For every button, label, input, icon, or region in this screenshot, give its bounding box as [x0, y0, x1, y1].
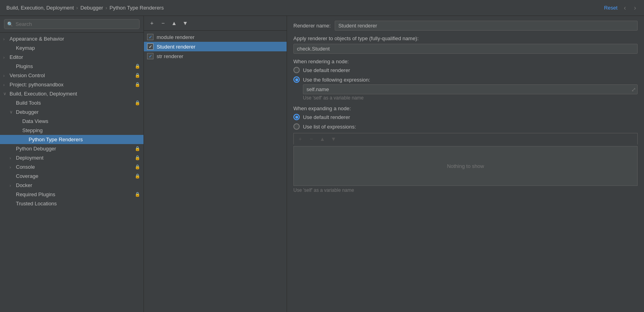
sidebar-item-label: Required Plugins: [16, 191, 135, 197]
sidebar-item-appearance[interactable]: › Appearance & Behavior: [0, 34, 144, 43]
breadcrumb-build: Build, Execution, Deployment: [6, 5, 74, 11]
radio-use-following-expression[interactable]: Use the following expression:: [293, 76, 638, 83]
renderer-item-label: module renderer: [157, 34, 194, 40]
reset-button[interactable]: Reset: [604, 5, 617, 11]
right-panel: Renderer name: Apply renderer to objects…: [287, 16, 644, 312]
sidebar-item-label: Version Control: [10, 72, 135, 78]
empty-list-box: Nothing to show: [293, 146, 638, 186]
list-up-button[interactable]: ▲: [318, 134, 327, 144]
add-renderer-button[interactable]: +: [147, 18, 157, 28]
sidebar-item-console[interactable]: › Console 🔒: [0, 162, 144, 172]
sidebar-item-label: Build Tools: [16, 100, 135, 106]
list-item[interactable]: ✓ str renderer: [144, 51, 287, 61]
radio-use-default-renderer[interactable]: Use default renderer: [293, 67, 638, 73]
search-input[interactable]: [4, 19, 140, 29]
remove-renderer-button[interactable]: −: [158, 18, 168, 28]
renderer-name-label: Renderer name:: [293, 23, 331, 29]
lock-icon: 🔒: [135, 146, 140, 151]
breadcrumb-debugger: Debugger: [80, 5, 103, 11]
expression-box: ⤢: [303, 84, 638, 94]
list-toolbar: + − ▲ ▼: [293, 133, 638, 144]
renderer-toolbar: + − ▲ ▼: [144, 16, 287, 31]
chevron-down-icon: ∨: [10, 109, 14, 115]
radio-label-default: Use default renderer: [303, 67, 350, 73]
sidebar-item-coverage[interactable]: Coverage 🔒: [0, 172, 144, 181]
sidebar-item-deployment[interactable]: › Deployment 🔒: [0, 153, 144, 162]
sidebar-item-keymap[interactable]: Keymap: [0, 43, 144, 53]
sidebar-item-debugger[interactable]: ∨ Debugger: [0, 107, 144, 117]
chevron-icon: ›: [10, 183, 14, 188]
forward-button[interactable]: ›: [632, 4, 638, 12]
rendering-radio-group: Use default renderer Use the following e…: [293, 67, 638, 83]
sidebar-item-version-control[interactable]: › Version Control 🔒: [0, 71, 144, 80]
radio-label-expand-list: Use list of expressions:: [303, 124, 356, 130]
sidebar-item-python-debugger[interactable]: Python Debugger 🔒: [0, 144, 144, 153]
chevron-icon: ›: [3, 82, 8, 87]
header: Build, Execution, Deployment › Debugger …: [0, 0, 644, 16]
sidebar-item-docker[interactable]: › Docker: [0, 181, 144, 190]
move-up-renderer-button[interactable]: ▲: [169, 18, 179, 28]
renderer-name-row: Renderer name:: [293, 21, 638, 31]
expression-input[interactable]: [303, 84, 638, 94]
lock-icon: 🔒: [135, 174, 140, 179]
sidebar-item-build-exec[interactable]: ∨ Build, Execution, Deployment: [0, 89, 144, 98]
chevron-icon: ›: [10, 156, 14, 160]
chevron-icon: ›: [3, 55, 8, 60]
expanding-label: When expanding a node:: [293, 105, 638, 111]
radio-label-expand-default: Use default renderer: [303, 114, 350, 120]
chevron-down-icon: ∨: [3, 91, 8, 96]
list-down-button[interactable]: ▼: [329, 134, 338, 144]
sidebar-item-trusted-locations[interactable]: Trusted Locations: [0, 199, 144, 208]
checkbox-module-renderer[interactable]: ✓: [147, 34, 153, 40]
checkbox-str-renderer[interactable]: ✓: [147, 53, 153, 59]
sidebar-item-label: Stepping: [22, 127, 140, 133]
move-down-renderer-button[interactable]: ▼: [180, 18, 190, 28]
list-hint: Use 'self' as a variable name: [293, 187, 638, 193]
sidebar-item-data-views[interactable]: Data Views: [0, 117, 144, 126]
expanding-section: When expanding a node: Use default rende…: [293, 105, 638, 193]
lock-icon: 🔒: [135, 155, 140, 160]
radio-circle-expand-list: [293, 123, 300, 130]
breadcrumb-sep-1: ›: [76, 5, 78, 11]
list-item[interactable]: ✓ module renderer: [144, 32, 287, 42]
radio-expand-use-default[interactable]: Use default renderer: [293, 114, 638, 120]
expanding-radio-group: Use default renderer Use list of express…: [293, 114, 638, 130]
sidebar-item-label: Docker: [16, 182, 140, 188]
sidebar-item-python-type-renderers[interactable]: Python Type Renderers: [0, 135, 144, 144]
apply-type-label: Apply renderer to objects of type (fully…: [293, 35, 638, 41]
sidebar-item-label: Debugger: [16, 109, 140, 115]
search-icon: 🔍: [7, 21, 13, 27]
list-add-button[interactable]: +: [295, 134, 305, 144]
sidebar-item-label: Build, Execution, Deployment: [10, 91, 140, 97]
sidebar-item-label: Deployment: [16, 155, 135, 161]
radio-expand-use-list[interactable]: Use list of expressions:: [293, 123, 638, 130]
renderer-name-input[interactable]: [335, 21, 638, 31]
lock-icon: 🔒: [135, 164, 140, 170]
sidebar-item-plugins[interactable]: Plugins 🔒: [0, 62, 144, 71]
rendering-label: When rendering a node:: [293, 58, 638, 64]
chevron-icon: ›: [10, 165, 14, 170]
sidebar-item-label: Plugins: [16, 63, 135, 69]
list-item[interactable]: ✓ Student renderer: [144, 42, 287, 51]
sidebar-item-project[interactable]: › Project: pythonsandbox 🔒: [0, 80, 144, 89]
sidebar-items: › Appearance & Behavior Keymap › Editor …: [0, 33, 144, 312]
checkbox-student-renderer[interactable]: ✓: [147, 43, 153, 50]
lock-icon: 🔒: [135, 192, 140, 197]
sidebar-item-build-tools[interactable]: Build Tools 🔒: [0, 98, 144, 107]
sidebar-item-label: Editor: [10, 54, 140, 60]
back-button[interactable]: ‹: [622, 4, 627, 12]
sidebar-item-stepping[interactable]: Stepping: [0, 126, 144, 135]
search-box: 🔍: [0, 16, 144, 33]
apply-type-input[interactable]: [293, 44, 638, 54]
renderer-item-label: Student renderer: [157, 44, 196, 50]
radio-circle-expression: [293, 76, 300, 83]
sidebar-item-label: Console: [16, 164, 135, 170]
expand-button[interactable]: ⤢: [631, 86, 636, 93]
sidebar-item-label: Project: pythonsandbox: [10, 82, 135, 88]
sidebar-item-label: Python Type Renderers: [29, 136, 140, 142]
breadcrumb-sep-2: ›: [105, 5, 107, 11]
list-remove-button[interactable]: −: [306, 134, 316, 144]
apply-type-section: Apply renderer to objects of type (fully…: [293, 35, 638, 54]
sidebar-item-required-plugins[interactable]: Required Plugins 🔒: [0, 190, 144, 199]
sidebar-item-editor[interactable]: › Editor: [0, 53, 144, 62]
